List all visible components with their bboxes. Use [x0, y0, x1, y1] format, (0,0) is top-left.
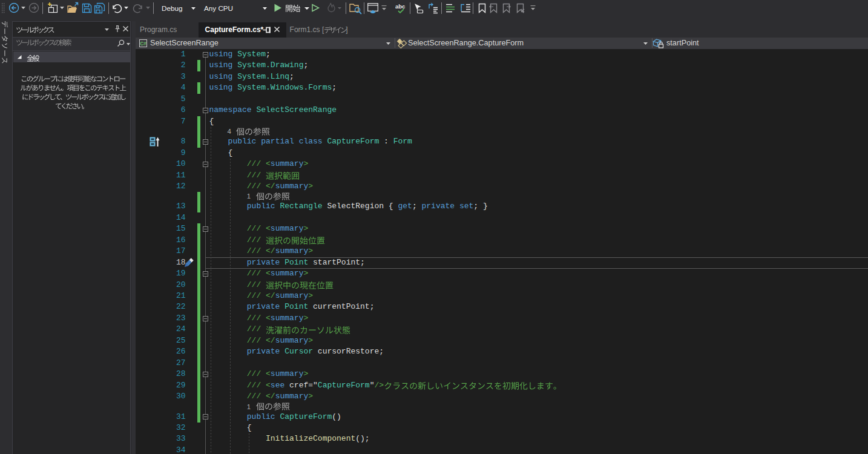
- svg-text:C#: C#: [140, 41, 146, 47]
- svg-text:abc: abc: [395, 3, 405, 10]
